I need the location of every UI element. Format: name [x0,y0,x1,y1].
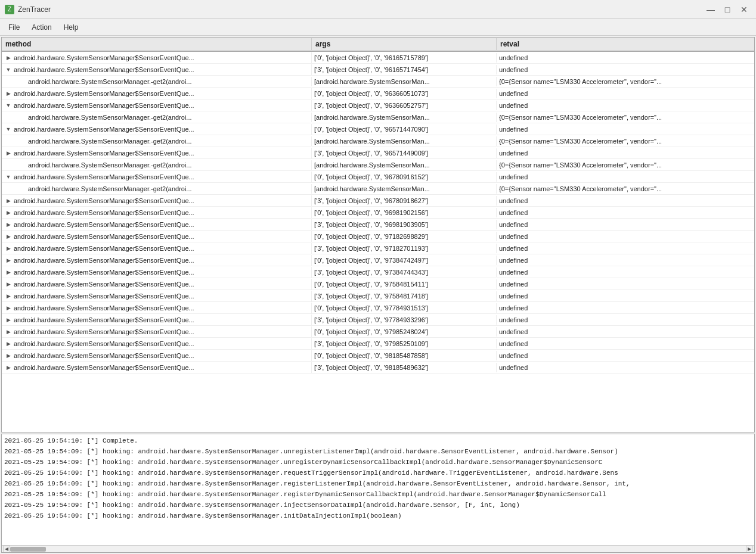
table-row[interactable]: ▶android.hardware.SystemSensorManager$Se… [2,195,754,207]
expand-icon[interactable]: ▶ [4,328,13,336]
method-text: android.hardware.SystemSensorManager$Sen… [14,126,194,133]
menu-item-help[interactable]: Help [58,21,85,34]
table-row[interactable]: ▶android.hardware.SystemSensorManager$Se… [2,290,754,302]
log-line: 2021-05-25 19:54:10: [*] Complete. [4,435,752,446]
table-row[interactable]: ▼android.hardware.SystemSensorManager$Se… [2,123,754,135]
table-row[interactable]: ▶android.hardware.SystemSensorManager$Se… [2,278,754,290]
row-args: [android.hardware.SystemSensorMan... [312,136,497,146]
method-text: android.hardware.SystemSensorManager$Sen… [14,102,194,109]
expand-icon[interactable]: ▶ [4,316,13,324]
row-args: [android.hardware.SystemSensorMan... [312,184,497,194]
expand-icon[interactable]: ▶ [4,268,13,276]
row-retval: undefined [497,256,754,265]
expand-icon[interactable]: ▶ [4,304,13,312]
table-row[interactable]: ▼android.hardware.SystemSensorManager$Se… [2,99,754,111]
row-args: ['0', '[object Object]', '0', '971826988… [312,232,497,241]
method-text: android.hardware.SystemSensorManager$Sen… [14,221,194,228]
row-args: ['3', '[object Object]', '0', '977849332… [312,315,497,325]
expand-icon[interactable]: ▶ [4,363,13,372]
table-row[interactable]: ▶android.hardware.SystemSensorManager$Se… [2,254,754,266]
row-retval: undefined [497,315,754,325]
expand-icon[interactable]: ▶ [4,220,13,229]
expand-icon[interactable]: ▼ [4,66,13,74]
expand-icon[interactable]: ▼ [4,125,13,133]
table-row[interactable]: android.hardware.SystemSensorManager.-ge… [2,135,754,147]
table-row[interactable]: ▶android.hardware.SystemSensorManager$Se… [2,147,754,159]
row-method: ▶android.hardware.SystemSensorManager$Se… [2,279,312,290]
row-retval: undefined [497,172,754,182]
header-args: args [312,38,497,50]
row-args: ['3', '[object Object]', '0', '967809186… [312,196,497,206]
table-row[interactable]: ▶android.hardware.SystemSensorManager$Se… [2,242,754,254]
close-button[interactable]: ✕ [737,4,751,15]
expand-icon[interactable]: ▶ [4,351,13,360]
table-row[interactable]: android.hardware.SystemSensorManager.-ge… [2,76,754,88]
table-row[interactable]: ▶android.hardware.SystemSensorManager$Se… [2,350,754,362]
log-body[interactable]: 2021-05-25 19:54:10: [*] Complete.2021-0… [2,434,754,545]
expand-icon[interactable]: ▶ [4,89,13,98]
table-row[interactable]: ▶android.hardware.SystemSensorManager$Se… [2,52,754,64]
expand-icon[interactable]: ▼ [4,173,13,181]
row-args: ['3', '[object Object]', '0', '973847443… [312,267,497,277]
row-retval: undefined [497,267,754,277]
row-args: ['0', '[object Object]', '0', '967809161… [312,172,497,182]
table-row[interactable]: ▶android.hardware.SystemSensorManager$Se… [2,266,754,278]
row-method: ▼android.hardware.SystemSensorManager$Se… [2,124,312,135]
expand-icon[interactable]: ▶ [4,280,13,288]
minimize-button[interactable]: — [704,4,718,15]
row-args: ['0', '[object Object]', '0', '975848154… [312,279,497,289]
row-method: android.hardware.SystemSensorManager.-ge… [2,136,312,146]
table-row[interactable]: ▶android.hardware.SystemSensorManager$Se… [2,231,754,242]
row-retval: undefined [497,232,754,241]
table-row[interactable]: android.hardware.SystemSensorManager.-ge… [2,159,754,171]
row-args: ['0', '[object Object]', '0', '979852480… [312,327,497,337]
menu-item-action[interactable]: Action [26,21,57,34]
row-retval: undefined [497,339,754,348]
table-row[interactable]: android.hardware.SystemSensorManager.-ge… [2,111,754,123]
horizontal-scrollbar[interactable]: ◀ ▶ [2,545,754,552]
row-method: ▶android.hardware.SystemSensorManager$Se… [2,303,312,313]
expand-icon[interactable]: ▶ [4,256,13,264]
row-method: ▶android.hardware.SystemSensorManager$Se… [2,195,312,206]
table-row[interactable]: ▼android.hardware.SystemSensorManager$Se… [2,171,754,183]
row-method: ▶android.hardware.SystemSensorManager$Se… [2,315,312,325]
expand-icon[interactable]: ▶ [4,149,13,157]
table-row[interactable]: ▶android.hardware.SystemSensorManager$Se… [2,88,754,99]
scroll-right-arrow[interactable]: ▶ [746,546,753,553]
menu-item-file[interactable]: File [2,21,26,34]
table-row[interactable]: ▼android.hardware.SystemSensorManager$Se… [2,64,754,76]
expand-icon[interactable]: ▼ [4,101,13,110]
table-row[interactable]: ▶android.hardware.SystemSensorManager$Se… [2,314,754,326]
table-row[interactable]: ▶android.hardware.SystemSensorManager$Se… [2,362,754,374]
expand-icon[interactable]: ▶ [4,244,13,253]
row-retval: undefined [497,65,754,74]
row-method: ▼android.hardware.SystemSensorManager$Se… [2,64,312,75]
row-retval: undefined [497,244,754,253]
expand-icon[interactable]: ▶ [4,197,13,205]
method-text: android.hardware.SystemSensorManager$Sen… [14,209,194,216]
table-row[interactable]: ▶android.hardware.SystemSensorManager$Se… [2,338,754,350]
expand-icon[interactable]: ▶ [4,232,13,241]
row-retval: {0={Sensor name="LSM330 Accelerometer", … [497,113,754,122]
table-row[interactable]: ▶android.hardware.SystemSensorManager$Se… [2,302,754,314]
main-container: method args retval ▶android.hardware.Sys… [0,36,756,554]
table-row[interactable]: android.hardware.SystemSensorManager.-ge… [2,183,754,195]
table-body[interactable]: ▶android.hardware.SystemSensorManager$Se… [2,52,754,432]
expand-icon[interactable]: ▶ [4,340,13,348]
maximize-button[interactable]: □ [720,4,735,15]
expand-icon[interactable]: ▶ [4,208,13,217]
method-text: android.hardware.SystemSensorManager$Sen… [14,173,194,180]
row-args: ['0', '[object Object]', '0', '981854878… [312,351,497,360]
table-row[interactable]: ▶android.hardware.SystemSensorManager$Se… [2,207,754,219]
expand-icon[interactable]: ▶ [4,292,13,300]
h-scroll-thumb[interactable] [10,547,46,552]
table-row[interactable]: ▶android.hardware.SystemSensorManager$Se… [2,219,754,231]
row-args: ['0', '[object Object]', '0', '969819021… [312,208,497,217]
row-method: ▶android.hardware.SystemSensorManager$Se… [2,291,312,301]
table-row[interactable]: ▶android.hardware.SystemSensorManager$Se… [2,326,754,338]
scroll-left-arrow[interactable]: ◀ [3,546,10,553]
row-args: ['3', '[object Object]', '0', '975848174… [312,291,497,301]
h-scroll-track[interactable] [10,547,746,552]
method-text: android.hardware.SystemSensorManager$Sen… [14,90,194,97]
expand-icon[interactable]: ▶ [4,54,13,62]
